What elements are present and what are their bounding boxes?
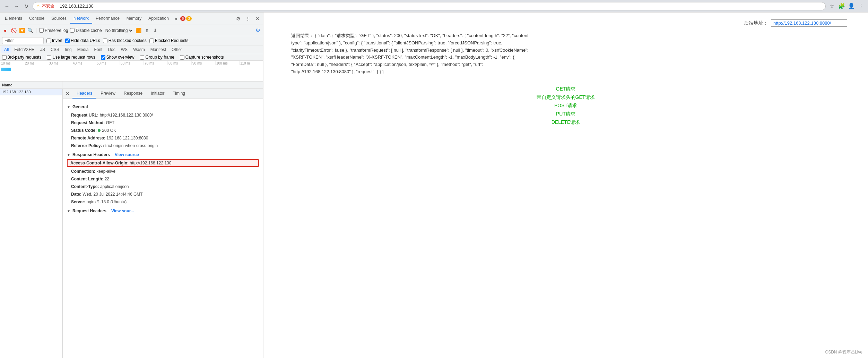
tab-headers[interactable]: Headers bbox=[72, 89, 96, 99]
extensions-button[interactable]: 🧩 bbox=[837, 2, 846, 10]
tab-response[interactable]: Response bbox=[120, 89, 147, 99]
backend-url-input[interactable] bbox=[771, 19, 847, 27]
group-by-frame-checkbox[interactable]: Group by frame bbox=[140, 55, 174, 60]
mark-100ms: 100 ms bbox=[215, 61, 239, 65]
request-url-value-text: http://192.168.122.130:8080/ bbox=[100, 113, 153, 118]
more-options-button[interactable]: ⋮ bbox=[244, 15, 252, 23]
export-button[interactable]: ⬇ bbox=[152, 27, 158, 34]
network-settings-button[interactable]: ⚙ bbox=[255, 27, 261, 34]
filter-button[interactable]: 🔽 bbox=[19, 27, 25, 34]
timeline-bar-area bbox=[1, 66, 262, 77]
has-blocked-cookies-checkbox[interactable]: Has blocked cookies bbox=[103, 38, 147, 43]
refresh-button[interactable]: ↻ bbox=[22, 2, 31, 10]
preserve-log-checkbox[interactable]: Preserve log bbox=[39, 28, 68, 33]
link-get[interactable]: GET请求 bbox=[556, 86, 576, 92]
tab-more[interactable]: » bbox=[172, 14, 180, 23]
third-party-checkbox[interactable]: 3rd-party requests bbox=[2, 55, 41, 60]
tab-memory[interactable]: Memory bbox=[123, 14, 145, 24]
type-doc[interactable]: Doc bbox=[105, 46, 118, 53]
date-header-value: Wed, 20 Jul 2022 14:44:46 GMT bbox=[83, 192, 142, 197]
details-tabs: ✕ Headers Preview Response Initiator Tim… bbox=[63, 89, 263, 99]
settings-icon-button[interactable]: ⚙ bbox=[234, 15, 242, 23]
filter-bar: Invert Hide data URLs Has blocked cookie… bbox=[0, 36, 263, 45]
type-manifest[interactable]: Manifest bbox=[148, 46, 169, 53]
response-headers-title: Response Headers bbox=[72, 152, 110, 157]
general-section-header[interactable]: ▼ General bbox=[67, 104, 259, 109]
capture-screenshots-checkbox[interactable]: Capture screenshots bbox=[180, 55, 224, 60]
throttle-dropdown[interactable]: No throttling bbox=[104, 28, 133, 33]
security-label: 不安全 bbox=[42, 3, 54, 9]
table-row[interactable]: 192.168.122.130 bbox=[0, 89, 62, 95]
link-delete[interactable]: DELETE请求 bbox=[552, 119, 580, 126]
tab-preview[interactable]: Preview bbox=[96, 89, 120, 99]
close-details-button[interactable]: ✕ bbox=[63, 89, 72, 99]
network-toolbar: ● 🚫 🔽 🔍 Preserve log Disable cache No th… bbox=[0, 25, 263, 36]
menu-button[interactable]: ⋮ bbox=[857, 2, 865, 10]
mark-70ms: 70 ms bbox=[144, 61, 167, 65]
main-layout: Elements Console Sources Network Perform… bbox=[0, 12, 868, 358]
general-toggle: ▼ bbox=[67, 105, 70, 109]
type-img[interactable]: Img bbox=[62, 46, 75, 53]
date-header-row: Date: Wed, 20 Jul 2022 14:44:46 GMT bbox=[67, 190, 259, 198]
type-css[interactable]: CSS bbox=[48, 46, 62, 53]
type-wasm[interactable]: Wasm bbox=[130, 46, 148, 53]
link-get-custom-header[interactable]: 带自定义请求头的GET请求 bbox=[537, 94, 595, 101]
tab-elements[interactable]: Elements bbox=[1, 14, 26, 24]
mark-10ms: 10 ms bbox=[0, 61, 24, 65]
bookmark-button[interactable]: ☆ bbox=[828, 2, 836, 10]
mark-20ms: 20 ms bbox=[24, 61, 48, 65]
remote-address-row: Remote Address: 192.168.122.130:8080 bbox=[67, 134, 259, 142]
type-media[interactable]: Media bbox=[75, 46, 92, 53]
type-ws[interactable]: WS bbox=[118, 46, 130, 53]
request-method-row: Request Method: GET bbox=[67, 119, 259, 127]
devtools-tabs: Elements Console Sources Network Perform… bbox=[0, 12, 263, 25]
request-headers-section-header[interactable]: ▼ Request Headers View sour... bbox=[67, 208, 259, 213]
backend-url-row: 后端地址： bbox=[744, 19, 847, 27]
forward-button[interactable]: → bbox=[12, 2, 21, 10]
content-length-header-row: Content-Length: 22 bbox=[67, 175, 259, 183]
search-button[interactable]: 🔍 bbox=[27, 27, 33, 34]
request-headers-toggle: ▼ bbox=[67, 209, 70, 213]
link-put[interactable]: PUT请求 bbox=[556, 111, 575, 117]
import-button[interactable]: ⬆ bbox=[144, 27, 150, 34]
response-headers-section-header[interactable]: ▼ Response Headers View source bbox=[67, 152, 259, 157]
request-method-label: Request Method: bbox=[71, 120, 105, 125]
view-source-link[interactable]: View source bbox=[115, 152, 139, 157]
profile-button[interactable]: 👤 bbox=[847, 2, 856, 10]
wifi-button[interactable]: 📶 bbox=[136, 27, 142, 34]
content-type-header-row: Content-Type: application/json bbox=[67, 183, 259, 190]
throttle-select[interactable]: No throttling bbox=[104, 28, 133, 33]
tab-application[interactable]: Application bbox=[145, 14, 172, 24]
name-column-header[interactable]: Name bbox=[0, 82, 62, 88]
address-bar[interactable]: ⚠ 不安全 | 192.168.122.130 bbox=[33, 2, 826, 10]
clear-button[interactable]: 🚫 bbox=[10, 27, 17, 34]
type-other[interactable]: Other bbox=[169, 46, 185, 53]
large-rows-checkbox[interactable]: Use large request rows bbox=[47, 55, 95, 60]
filter-input[interactable] bbox=[2, 37, 44, 44]
invert-checkbox[interactable]: Invert bbox=[46, 38, 62, 43]
type-js[interactable]: JS bbox=[37, 46, 48, 53]
blocked-requests-checkbox[interactable]: Blocked Requests bbox=[149, 38, 189, 43]
back-button[interactable]: ← bbox=[3, 2, 11, 10]
tab-initiator[interactable]: Initiator bbox=[147, 89, 168, 99]
tab-sources[interactable]: Sources bbox=[48, 14, 70, 24]
webpage-content: 后端地址： 返回结果： { "data": { "请求类型": "GET" },… bbox=[263, 12, 868, 358]
request-view-source-link[interactable]: View sour... bbox=[111, 208, 134, 213]
tab-timing[interactable]: Timing bbox=[168, 89, 189, 99]
tab-performance[interactable]: Performance bbox=[92, 14, 123, 24]
close-devtools-button[interactable]: ✕ bbox=[253, 15, 262, 23]
record-button[interactable]: ● bbox=[2, 27, 8, 34]
return-result: 返回结果： { "data": { "请求类型": "GET" }, "stat… bbox=[291, 32, 534, 76]
browser-actions: ☆ 🧩 👤 ⋮ bbox=[828, 2, 865, 10]
tab-console[interactable]: Console bbox=[26, 14, 48, 24]
type-font[interactable]: Font bbox=[91, 46, 105, 53]
hide-data-urls-checkbox[interactable]: Hide data URLs bbox=[65, 38, 100, 43]
show-overview-checkbox[interactable]: Show overview bbox=[101, 55, 134, 60]
disable-cache-checkbox[interactable]: Disable cache bbox=[70, 28, 102, 33]
return-result-text: { "data": { "请求类型": "GET" }, "status": 2… bbox=[291, 33, 530, 74]
tab-network[interactable]: Network bbox=[70, 14, 92, 24]
mark-60ms: 60 ms bbox=[120, 61, 144, 65]
type-fetch-xhr[interactable]: Fetch/XHR bbox=[11, 46, 37, 53]
type-all[interactable]: All bbox=[1, 46, 11, 53]
link-post[interactable]: POST请求 bbox=[554, 103, 577, 109]
